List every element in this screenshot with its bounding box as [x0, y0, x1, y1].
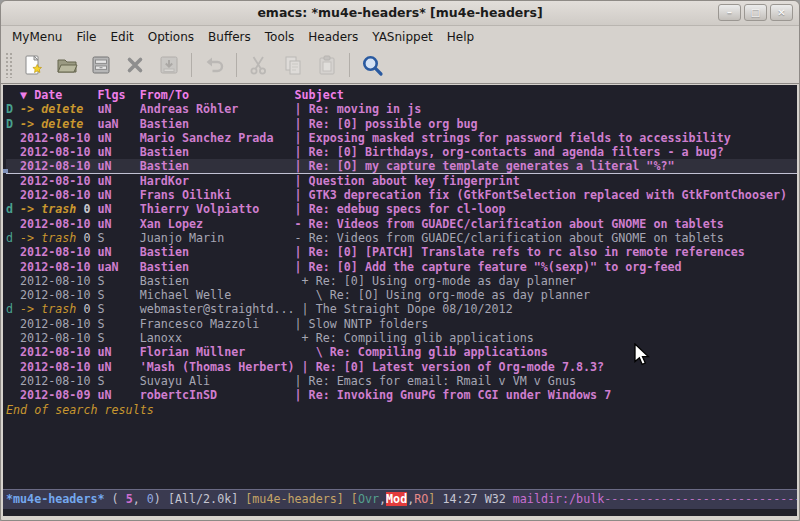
message-row[interactable]: 2012-08-10 S Michael Welle \ Re: [O] Usi… [6, 288, 797, 302]
date-value: 2012-08-10 [20, 145, 97, 159]
message-row[interactable]: d -> trash 0 S webmaster@straightd... | … [6, 302, 797, 316]
open-folder-icon [55, 53, 79, 77]
close-button[interactable]: ✕ [770, 4, 793, 21]
date-cell: 2012-08-10 [20, 145, 97, 159]
menu-item-help[interactable]: Help [440, 28, 481, 46]
search-button[interactable] [356, 49, 388, 81]
flags-cell: S [97, 374, 139, 388]
date-value: 2012-08-09 [20, 388, 97, 402]
message-row[interactable]: 2012-08-10 uN Florian Müllner \ Re: Comp… [6, 345, 797, 359]
maximize-button[interactable]: □ [744, 4, 767, 21]
message-row[interactable]: 2012-08-10 uN Xan Lopez - Re: Videos fro… [6, 217, 797, 231]
message-row[interactable]: 2012-08-10 uN 'Mash (Thomas Herbert) | R… [6, 360, 797, 374]
action-extra: 0 [76, 231, 90, 245]
action-extra: 0 [76, 202, 90, 216]
flags-cell: uN [98, 202, 140, 216]
menu-item-options[interactable]: Options [141, 28, 201, 46]
from-cell: Florian Müllner [140, 345, 295, 359]
mu4e-headers-buffer-area: ▼ Date Flgs From/To SubjectD -> delete u… [3, 85, 797, 516]
thread-prefix: | [295, 188, 309, 202]
menu-item-buffers[interactable]: Buffers [201, 28, 258, 46]
message-row[interactable]: 2012-08-10 S Francesco Mazzoli | Slow NN… [6, 317, 797, 331]
subject-cell: Slow NNTP folders [309, 317, 429, 331]
message-row[interactable]: 2012-08-10 uN HardKor | Question about k… [6, 174, 797, 188]
thread-prefix: \ [295, 345, 330, 359]
thread-prefix: | [295, 245, 309, 259]
date-value [83, 102, 97, 116]
message-row[interactable]: 2012-08-10 uN Bastien | Re: [0] [PATCH] … [6, 245, 797, 259]
thread-mark [6, 88, 20, 102]
message-row[interactable]: 2012-08-09 uN robertcInSD | Re: Invoking… [6, 388, 797, 402]
date-cell: 2012-08-10 [20, 360, 97, 374]
flags-cell: S [98, 302, 140, 316]
from-cell: Andreas Röhler [140, 102, 295, 116]
echo-area[interactable] [3, 509, 797, 516]
menu-item-yasnippet[interactable]: YASnippet [365, 28, 440, 46]
message-row[interactable]: 2012-08-10 S Lanoxx + Re: Compiling glib… [6, 331, 797, 345]
modeline[interactable]: *mu4e-headers* ( 5, 0) [All/2.0k] [mu4e-… [3, 489, 797, 509]
message-row[interactable]: d -> trash 0 S Juanjo Marin - Re: Videos… [6, 231, 797, 245]
subject-cell: Re: [O] my capture template generates a … [309, 159, 675, 173]
menu-item-edit[interactable]: Edit [104, 28, 141, 46]
thread-mark: d [6, 202, 20, 216]
message-row[interactable]: D -> delete uaN Bastien | Re: [0] possib… [6, 117, 797, 131]
action-label: -> delete [20, 102, 83, 116]
message-row[interactable]: D -> delete uN Andreas Röhler | Re: movi… [6, 102, 797, 116]
toolbar-grip-handle[interactable] [5, 52, 12, 78]
message-row[interactable]: 2012-08-10 uN Frans Oilinki | GTK3 depre… [6, 188, 797, 202]
new-file-button[interactable] [17, 49, 49, 81]
window-title: emacs: *mu4e-headers* [mu4e-headers] [1, 5, 799, 20]
subject-cell: Re: [0] [PATCH] Translate refs to rc als… [309, 245, 745, 259]
message-row[interactable]: 2012-08-10 uaN Bastien | Re: [0] Add the… [6, 260, 797, 274]
menubar: MyMenuFileEditOptionsBuffersToolsHeaders… [1, 26, 799, 47]
new-file-icon [21, 53, 45, 77]
save-as-icon [157, 53, 181, 77]
save-button[interactable] [85, 49, 117, 81]
from-cell: Lanoxx [140, 331, 295, 345]
from-cell: Bastien [140, 245, 295, 259]
from-cell: robertcInSD [140, 388, 295, 402]
date-value: 2012-08-10 [20, 260, 97, 274]
thread-mark: D [6, 117, 20, 131]
thread-mark: d [6, 231, 20, 245]
modeline-segment-plain: [All/2.0k] [168, 492, 245, 506]
subject-cell: Question about key fingerprint [309, 174, 520, 188]
column-headers[interactable]: ▼ Date Flgs From/To Subject [6, 88, 797, 102]
flags-cell: uN [97, 245, 139, 259]
thread-prefix: | [302, 302, 316, 316]
message-row[interactable]: 2012-08-10 uN Mario Sanchez Prada | Expo… [6, 131, 797, 145]
message-row[interactable]: 2012-08-10 uN Bastien | Re: [O] my captu… [6, 159, 797, 173]
save-as-button [153, 49, 185, 81]
search-icon [360, 53, 384, 77]
date-cell: 2012-08-10 [20, 374, 97, 388]
minimize-button[interactable]: – [718, 4, 741, 21]
date-cell: 2012-08-09 [20, 388, 97, 402]
thread-prefix: | [295, 202, 309, 216]
message-row[interactable]: 2012-08-10 S Bastien + Re: [0] Using org… [6, 274, 797, 288]
titlebar[interactable]: emacs: *mu4e-headers* [mu4e-headers] –□✕ [1, 1, 799, 26]
cut-button [243, 49, 275, 81]
message-row[interactable]: 2012-08-10 S Suvayu Ali | Re: Emacs for … [6, 374, 797, 388]
date-value: 2012-08-10 [20, 331, 97, 345]
message-row[interactable]: d -> trash 0 uN Thierry Volpiatto | Re: … [6, 202, 797, 216]
modeline-segment-plain: , [133, 492, 147, 506]
subject-cell: Subject [295, 88, 344, 102]
date-cell: -> trash 0 [20, 202, 97, 216]
date-value: ▼ Date [20, 88, 97, 102]
message-row[interactable]: 2012-08-10 uN Bastien | Re: [0] Birthday… [6, 145, 797, 159]
date-cell: ▼ Date [20, 88, 97, 102]
thread-prefix: | [295, 159, 309, 173]
subject-cell: Re: Compiling glib applications [330, 345, 548, 359]
menu-item-tools[interactable]: Tools [258, 28, 302, 46]
modeline-segment-mode: [mu4e-headers] [245, 492, 351, 506]
menu-item-file[interactable]: File [69, 28, 103, 46]
open-folder-button[interactable] [51, 49, 83, 81]
close-button[interactable] [119, 49, 151, 81]
toolbar-separator [349, 53, 350, 77]
date-value: 2012-08-10 [20, 245, 97, 259]
thread-prefix: | [295, 117, 309, 131]
menu-item-mymenu[interactable]: MyMenu [5, 28, 69, 46]
menu-item-headers[interactable]: Headers [301, 28, 365, 46]
modeline-segment-ro: RO [414, 492, 428, 506]
action-label: -> delete [20, 117, 83, 131]
